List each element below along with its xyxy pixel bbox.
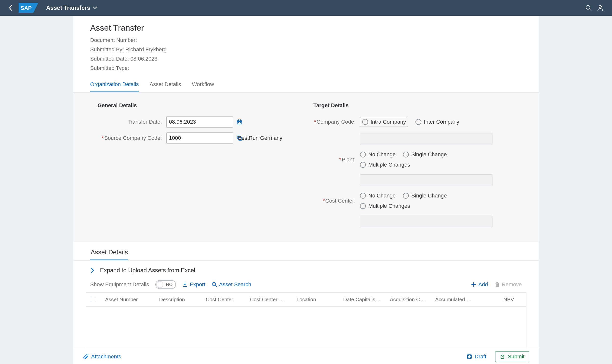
source-company-code-input[interactable] (169, 135, 237, 141)
asset-details-tab[interactable]: Asset Details (90, 248, 128, 260)
col-accumulated[interactable]: Accumulated … (431, 293, 499, 306)
source-company-code-row: Source Company Code: BestRun Germany (98, 132, 299, 144)
svg-rect-9 (238, 122, 239, 123)
svg-text:SAP: SAP (21, 5, 32, 11)
radio-plant-single[interactable]: Single Change (403, 150, 447, 159)
svg-line-23 (502, 355, 504, 357)
attachments-button[interactable]: Attachments (83, 353, 121, 360)
svg-line-3 (589, 9, 591, 11)
tab-asset-details[interactable]: Asset Details (150, 81, 181, 92)
col-description[interactable]: Description (155, 293, 201, 306)
radio-plant-no-change-label: No Change (368, 151, 396, 158)
save-icon (467, 354, 472, 359)
svg-point-4 (599, 5, 601, 8)
chevron-down-icon (93, 6, 97, 9)
radio-cc-no-change-label: No Change (368, 193, 396, 199)
search-button[interactable] (584, 3, 593, 13)
icon-tab-bar: Organization Details Asset Details Workf… (73, 74, 539, 92)
paperclip-icon (83, 354, 89, 360)
user-button[interactable] (595, 3, 605, 13)
draft-button[interactable]: Draft (462, 351, 491, 362)
general-details-column: General Details Transfer Date: Source Co… (90, 102, 306, 227)
radio-inter-company[interactable]: Inter Company (415, 118, 459, 126)
company-code-label: Company Code: (313, 119, 360, 125)
svg-rect-10 (240, 122, 241, 123)
cost-center-row: Cost Center: No Change Single Change (313, 192, 515, 210)
object-header: Asset Transfer Document Number: Submitte… (73, 16, 539, 71)
radio-plant-single-label: Single Change (411, 151, 447, 158)
radio-icon (403, 193, 409, 199)
plant-radio-group: No Change Single Change Multiple Changes (360, 150, 504, 169)
general-details-heading: General Details (98, 102, 299, 109)
radio-intra-company[interactable]: Intra Company (360, 117, 408, 127)
asset-search-button[interactable]: Asset Search (212, 281, 251, 288)
asset-table-header: Asset Number Description Cost Center Cos… (86, 292, 526, 307)
form-panel: General Details Transfer Date: Source Co… (73, 92, 539, 242)
page-scroll-area[interactable]: Asset Transfer Document Number: Submitte… (73, 16, 539, 349)
source-company-code-desc: BestRun Germany (238, 135, 282, 141)
asset-table-body-empty (86, 307, 526, 349)
app-title-button[interactable]: Asset Transfers (46, 4, 97, 11)
radio-icon (403, 152, 409, 157)
tab-organization-details[interactable]: Organization Details (90, 81, 139, 92)
radio-plant-no-change[interactable]: No Change (360, 150, 396, 159)
attachments-label: Attachments (91, 353, 121, 360)
col-asset-number[interactable]: Asset Number (101, 293, 155, 306)
radio-cc-no-change[interactable]: No Change (360, 192, 396, 200)
draft-label: Draft (475, 353, 486, 360)
back-button[interactable] (7, 4, 15, 12)
show-equipment-label: Show Equipment Details (90, 281, 149, 288)
submitted-by-label: Submitted By: (90, 46, 124, 52)
download-icon (182, 282, 188, 287)
source-company-code-input-wrapper (166, 132, 233, 144)
submitted-type-row: Submitted Type: (90, 65, 522, 71)
doc-number-row: Document Number: (90, 37, 522, 43)
tab-workflow[interactable]: Workflow (192, 81, 214, 92)
company-code-row: Company Code: Intra Company Inter Compan… (313, 116, 515, 128)
col-cost-center-desc[interactable]: Cost Center D… (246, 293, 292, 306)
radio-plant-multi[interactable]: Multiple Changes (360, 161, 504, 169)
target-details-column: Target Details Company Code: Intra Compa… (306, 102, 522, 227)
radio-icon (360, 152, 366, 157)
table-toolbar: Show Equipment Details NO Export Asset S… (73, 280, 539, 292)
radio-icon (360, 162, 366, 168)
add-button[interactable]: Add (471, 281, 488, 288)
plant-value-field (360, 174, 492, 186)
svg-rect-22 (468, 357, 471, 359)
svg-line-15 (215, 285, 217, 287)
submitted-by-row: Submitted By: Richard Frykberg (90, 46, 522, 53)
expand-upload-panel[interactable]: Expand to Upload Assets from Excel (73, 260, 539, 280)
show-equipment-switch[interactable]: NO (155, 280, 176, 289)
radio-cc-single[interactable]: Single Change (403, 192, 447, 200)
submitted-date-label: Submitted Date: (90, 56, 129, 62)
radio-plant-multi-label: Multiple Changes (368, 162, 410, 168)
transfer-date-label: Transfer Date: (98, 119, 166, 125)
radio-icon (360, 203, 366, 209)
expand-upload-label: Expand to Upload Assets from Excel (100, 267, 195, 274)
submit-label: Submit (508, 353, 524, 360)
submit-button[interactable]: Submit (495, 351, 529, 362)
radio-icon (362, 119, 368, 125)
transfer-date-row: Transfer Date: (98, 116, 299, 128)
cost-center-radio-group: No Change Single Change Multiple Changes (360, 192, 504, 210)
target-details-heading: Target Details (313, 102, 515, 109)
col-location[interactable]: Location (292, 293, 339, 306)
switch-knob (156, 281, 163, 288)
search-icon (585, 5, 592, 11)
svg-rect-21 (468, 355, 470, 356)
radio-cc-multi[interactable]: Multiple Changes (360, 202, 504, 210)
col-date-capitalised[interactable]: Date Capitalised (339, 293, 386, 306)
col-cost-center[interactable]: Cost Center (201, 293, 246, 306)
transfer-date-input[interactable] (169, 119, 237, 125)
date-picker-button[interactable] (237, 118, 242, 125)
add-label: Add (478, 281, 488, 288)
select-all-cell[interactable] (86, 293, 101, 306)
source-company-code-label: Source Company Code: (98, 135, 166, 141)
transfer-date-input-wrapper (166, 116, 233, 128)
page-title: Asset Transfer (90, 23, 522, 33)
user-icon (597, 5, 603, 11)
export-button[interactable]: Export (182, 281, 205, 288)
col-nbv[interactable]: NBV (499, 293, 526, 306)
page-footer: Attachments Draft Submit (73, 349, 539, 364)
col-acquisition-cost[interactable]: Acquisition Cost (386, 293, 431, 306)
